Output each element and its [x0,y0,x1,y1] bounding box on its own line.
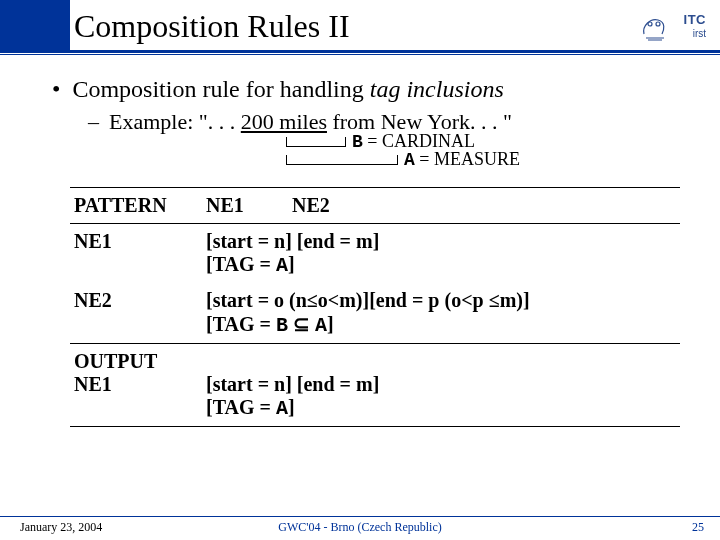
footer-page: 25 [692,520,704,535]
row-ne1-cell: [start = n] [end = m][TAG = A] [202,224,680,284]
table-row: NE2 [start = o (n≤o<m)][end = p (o<p ≤m)… [70,283,680,344]
bullet-text: Composition rule for handling tag inclus… [72,76,503,103]
example-underlined: 200 miles [241,109,327,134]
slide-title: Composition Rules II [74,8,350,45]
bracket-a [286,155,398,165]
header-rule-thin [0,54,720,55]
slide-body: • Composition rule for handling tag incl… [0,70,720,427]
logo: ITC irst [640,10,708,46]
table-header-row: PATTERN NE1 NE2 [70,188,680,224]
row-ne2-label: NE2 [70,283,202,344]
table-row: OUTPUTNE1 [start = n] [end = m][TAG = A] [70,344,680,427]
row-output-cell: [start = n] [end = m][TAG = A] [202,344,680,427]
svg-point-0 [648,22,652,26]
example-label: Example: [109,109,199,134]
bullet-marker: • [50,76,72,103]
annot-b-prefix: B [352,132,363,152]
row-output-label: OUTPUTNE1 [70,344,202,427]
dash-marker: – [88,109,109,135]
th-ne2: NE2 [288,188,680,224]
bullet-line: • Composition rule for handling tag incl… [50,76,692,103]
annot-a-rest: = MEASURE [415,149,520,169]
annot-b-rest: = CARDINAL [363,131,475,151]
row-ne1-label: NE1 [70,224,202,284]
logo-text-top: ITC [684,12,706,27]
footer-center: GWC'04 - Brno (Czech Republic) [0,520,720,535]
pattern-table: PATTERN NE1 NE2 NE1 [start = n] [end = m… [70,187,680,427]
bullet-lead: Composition rule for handling [72,76,369,102]
annotation-brackets: B = CARDINAL A = MEASURE [50,137,692,183]
table-row: NE1 [start = n] [end = m][TAG = A] [70,224,680,284]
bracket-b [286,137,346,147]
annotation-a: A = MEASURE [404,149,520,170]
row-ne2-cell: [start = o (n≤o<m)][end = p (o<p ≤m)][TA… [202,283,680,344]
header-rule-thick [0,50,720,53]
example-quote-open: ". . . [199,109,241,134]
slide-footer: January 23, 2004 GWC'04 - Brno (Czech Re… [0,516,720,540]
footer-rule [0,516,720,517]
bullet-italic: tag inclusions [370,76,504,102]
svg-point-1 [656,22,660,26]
logo-text-bottom: irst [693,28,706,39]
corner-box [0,0,70,50]
th-ne1: NE1 [202,188,288,224]
slide-header: Composition Rules II ITC irst [0,0,720,70]
annot-a-prefix: A [404,150,415,170]
th-pattern: PATTERN [70,188,202,224]
